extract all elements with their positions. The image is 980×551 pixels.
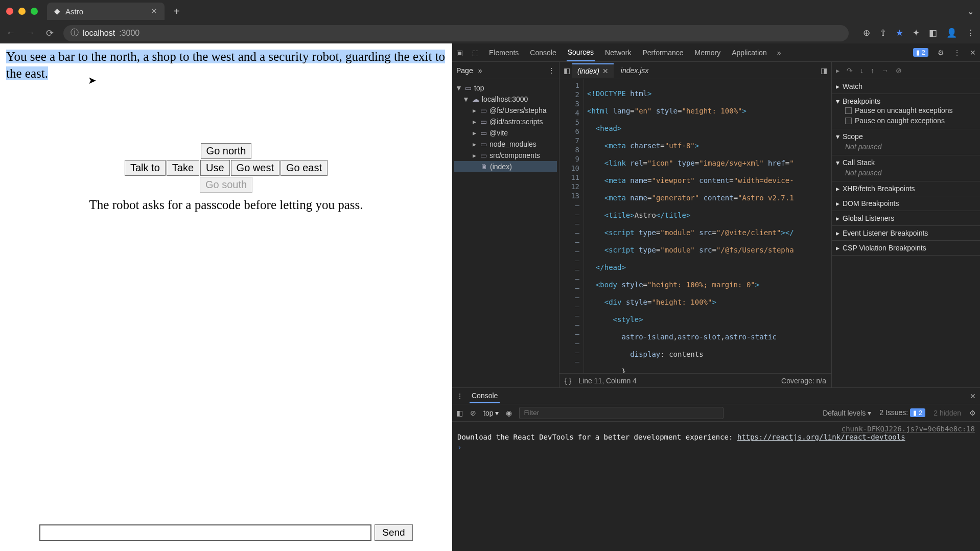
talk-to-button[interactable]: Talk to [125,160,166,176]
close-drawer-icon[interactable]: ✕ [970,392,976,400]
log-source[interactable]: chunk-DFKQJ226.js?v=9e6b4e8c:18 [457,425,975,433]
tree-file-index[interactable]: 🗎(index) [454,161,557,172]
hidden-count: 2 hidden [934,409,961,417]
site-info-icon[interactable]: ⓘ [71,28,79,38]
profile-icon[interactable]: 👤 [946,28,957,38]
robot-message: The robot asks for a passcode before let… [89,198,363,212]
tab-overflow-icon[interactable]: ⌄ [967,7,974,16]
go-west-button[interactable]: Go west [231,160,279,176]
close-window-button[interactable] [6,8,13,15]
navigator-menu-icon[interactable]: ⋮ [548,66,555,75]
content: You see a bar to the north, a shop to th… [0,43,980,551]
pause-caught-checkbox[interactable]: Pause on caught exceptions [836,116,976,126]
tab-elements[interactable]: Elements [488,44,520,61]
sidepanel-icon[interactable]: ◧ [929,28,937,38]
section-dom[interactable]: ▸DOM Breakpoints [836,199,976,208]
issues-label[interactable]: 2 Issues: ▮ 2 [879,408,925,417]
drawer-menu-icon[interactable]: ⋮ [456,392,463,400]
console-filter-input[interactable] [519,407,724,419]
tree-host[interactable]: ▼☁localhost:3000 [454,94,557,105]
room-description: You see a bar to the north, a shop to th… [6,49,446,82]
live-expression-icon[interactable]: ◉ [506,409,512,417]
subtab-page[interactable]: Page [456,66,473,75]
more-tabs-icon[interactable]: » [777,49,781,57]
context-selector[interactable]: top ▾ [483,409,499,417]
section-global[interactable]: ▸Global Listeners [836,214,976,222]
pretty-print-icon[interactable]: { } [565,377,571,385]
code-editor[interactable]: 12345678910111213–––––––––––––––––– <!DO… [559,79,831,373]
tab-network[interactable]: Network [604,44,632,61]
extensions-icon[interactable]: ✦ [913,28,920,38]
browser-tab[interactable]: ◆ Astro ✕ [47,3,165,20]
editor-tab-indexjsx[interactable]: index.jsx [616,64,654,77]
pause-icon[interactable]: ▸ [836,66,839,75]
issues-badge[interactable]: ▮ 2 [913,48,928,57]
go-south-button[interactable]: Go south [200,177,252,193]
minimize-window-button[interactable] [18,8,26,15]
section-breakpoints[interactable]: ▾Breakpoints [836,97,976,105]
section-csp[interactable]: ▸CSP Violation Breakpoints [836,244,976,252]
tab-console[interactable]: Console [529,44,557,61]
tab-application[interactable]: Application [731,44,768,61]
inspect-icon[interactable]: ▣ [456,49,463,57]
address-bar: ← → ⟳ ⓘ localhost:3000 ⊕ ⇧ ★ ✦ ◧ 👤 ⋮ [0,22,980,43]
section-watch[interactable]: ▸Watch [836,82,976,90]
url-host: localhost [83,29,115,38]
deactivate-bp-icon[interactable]: ⊘ [896,66,902,75]
scope-not-paused: Not paused [836,141,976,152]
section-event[interactable]: ▸Event Listener Breakpoints [836,229,976,237]
tree-folder[interactable]: ▸▭@vite [454,127,557,139]
step-over-icon[interactable]: ↷ [847,66,853,75]
reload-button[interactable]: ⟳ [44,28,55,39]
console-sidebar-icon[interactable]: ◧ [456,409,463,417]
tree-folder[interactable]: ▸▭src/components [454,150,557,161]
tab-memory[interactable]: Memory [694,44,722,61]
close-tab-icon[interactable]: ✕ [151,7,157,16]
close-editor-tab-icon[interactable]: ✕ [602,67,609,75]
section-scope[interactable]: ▾Scope [836,132,976,141]
section-xhr[interactable]: ▸XHR/fetch Breakpoints [836,185,976,193]
step-into-icon[interactable]: ↓ [860,66,864,75]
menu-icon[interactable]: ⋮ [966,28,975,38]
toggle-debugger-icon[interactable]: ◨ [821,66,827,75]
device-mode-icon[interactable]: ⬚ [472,49,479,57]
cursor-position: Line 11, Column 4 [578,377,637,385]
toggle-nav-icon[interactable]: ◧ [564,66,570,75]
console-settings-icon[interactable]: ⚙ [969,409,976,417]
send-button[interactable]: Send [375,524,412,541]
forward-button[interactable]: → [25,28,36,38]
url-input[interactable]: ⓘ localhost:3000 [63,25,849,41]
log-link[interactable]: https://reactjs.org/link/react-devtools [737,433,905,441]
new-tab-button[interactable]: + [169,6,185,17]
go-east-button[interactable]: Go east [281,160,328,176]
section-callstack[interactable]: ▾Call Stack [836,158,976,167]
tree-top[interactable]: ▼▭top [454,82,557,94]
tree-folder[interactable]: ▸▭node_modules [454,139,557,150]
bookmark-icon[interactable]: ★ [896,28,903,38]
console-prompt[interactable]: › [457,441,975,451]
tab-sources[interactable]: Sources [567,44,595,61]
settings-icon[interactable]: ⚙ [938,49,944,57]
step-out-icon[interactable]: ↑ [871,66,874,75]
log-levels-selector[interactable]: Default levels ▾ [823,409,871,417]
close-devtools-icon[interactable]: ✕ [970,49,976,57]
back-button[interactable]: ← [5,28,16,38]
tab-performance[interactable]: Performance [641,44,684,61]
zoom-icon[interactable]: ⊕ [863,28,870,38]
editor-tab-index[interactable]: (index)✕ [572,63,614,78]
share-icon[interactable]: ⇧ [879,28,886,38]
use-button[interactable]: Use [200,160,230,176]
tree-folder[interactable]: ▸▭@id/astro:scripts [454,116,557,127]
tree-folder[interactable]: ▸▭@fs/Users/stepha [454,105,557,116]
command-input[interactable] [39,524,371,541]
drawer-tab-console[interactable]: Console [470,389,500,403]
pause-uncaught-checkbox[interactable]: Pause on uncaught exceptions [836,105,976,116]
go-north-button[interactable]: Go north [201,143,252,159]
more-subtabs-icon[interactable]: » [478,66,482,75]
maximize-window-button[interactable] [31,8,38,15]
clear-console-icon[interactable]: ⊘ [470,409,476,417]
take-button[interactable]: Take [167,160,199,176]
step-icon[interactable]: → [881,66,889,75]
devtools: ▣ ⬚ Elements Console Sources Network Per… [452,43,980,551]
kebab-icon[interactable]: ⋮ [953,49,961,57]
